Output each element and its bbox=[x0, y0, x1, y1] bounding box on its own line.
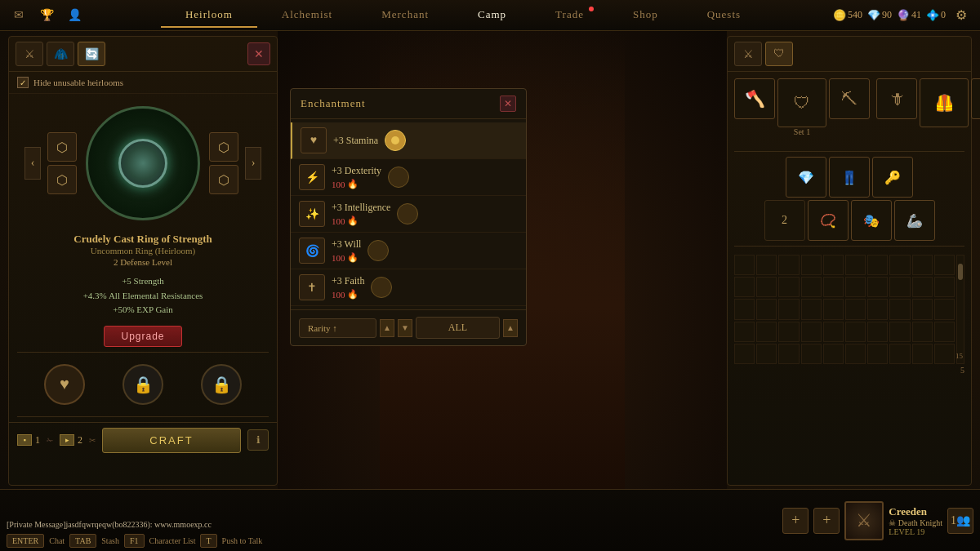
enchant-close-button[interactable]: ✕ bbox=[500, 96, 516, 112]
slot-right-2[interactable]: ⬡ bbox=[209, 165, 238, 194]
inv-cell-1-4[interactable] bbox=[823, 277, 844, 297]
inv-cell-2-0[interactable] bbox=[734, 299, 755, 319]
slot-left-1[interactable]: ⬡ bbox=[47, 132, 77, 162]
enchant-sort-button[interactable]: Rarity ↑ bbox=[299, 318, 376, 338]
extra-slot-5[interactable]: 🦾 bbox=[894, 200, 935, 241]
set2-slot-armor[interactable]: 🦺 bbox=[920, 78, 969, 127]
inv-cell-1-3[interactable] bbox=[801, 277, 822, 297]
set1-slot-weapon[interactable]: 🪓 bbox=[734, 78, 775, 119]
nav-icon-envelope[interactable]: ✉ bbox=[8, 5, 29, 26]
inv-cell-4-6[interactable] bbox=[867, 344, 888, 364]
inv-cell-1-1[interactable] bbox=[756, 277, 777, 297]
key-enter[interactable]: ENTER bbox=[7, 534, 44, 548]
tab-quests[interactable]: Quests bbox=[683, 3, 765, 28]
extra-slot-3[interactable]: 📿 bbox=[808, 200, 849, 241]
inv-cell-4-7[interactable] bbox=[889, 344, 910, 364]
extra-slot-2[interactable]: 🔑 bbox=[872, 157, 913, 198]
inv-cell-3-6[interactable] bbox=[867, 322, 888, 342]
enchant-item-dexterity[interactable]: ⚡ +3 Dexterity 100 🔥 bbox=[291, 159, 526, 196]
inv-cell-2-5[interactable] bbox=[845, 299, 866, 319]
info-button[interactable]: ℹ bbox=[247, 429, 269, 451]
inv-cell-4-0[interactable] bbox=[734, 344, 755, 364]
nav-icon-settings[interactable]: ⚙ bbox=[951, 5, 972, 26]
inv-cell-0-2[interactable] bbox=[778, 255, 799, 275]
sort-arrow-up[interactable]: ▲ bbox=[380, 319, 394, 337]
lp-tab-armor[interactable]: 🧥 bbox=[47, 42, 74, 66]
inv-cell-3-7[interactable] bbox=[889, 322, 910, 342]
nav-icon-user[interactable]: 👤 bbox=[64, 5, 85, 26]
set2-slot-weapon[interactable]: 🗡 bbox=[876, 78, 917, 119]
inv-cell-1-8[interactable] bbox=[912, 277, 933, 297]
enchant-item-faith[interactable]: ✝ +3 Faith 100 🔥 bbox=[291, 269, 526, 306]
enchant-item-intelligence[interactable]: ✨ +3 Intelligence 100 🔥 bbox=[291, 196, 526, 233]
inv-cell-4-8[interactable] bbox=[912, 344, 933, 364]
ring-prev-arrow[interactable]: ‹ bbox=[24, 147, 41, 180]
rp-tab-weapon[interactable]: ⚔ bbox=[734, 42, 762, 66]
inv-cell-2-7[interactable] bbox=[889, 299, 910, 319]
enchant-selector-faith[interactable] bbox=[371, 277, 392, 298]
inv-cell-0-1[interactable] bbox=[756, 255, 777, 275]
inv-cell-3-0[interactable] bbox=[734, 322, 755, 342]
inv-cell-2-8[interactable] bbox=[912, 299, 933, 319]
inv-cell-0-0[interactable] bbox=[734, 255, 755, 275]
inv-cell-4-4[interactable] bbox=[823, 344, 844, 364]
key-f1[interactable]: F1 bbox=[124, 534, 145, 548]
enchant-selector-stamina[interactable] bbox=[385, 130, 406, 151]
set1-slot-armor[interactable]: 🛡 bbox=[777, 78, 826, 127]
enchant-filter-button[interactable]: ALL bbox=[416, 317, 500, 339]
inv-cell-4-9[interactable] bbox=[934, 344, 955, 364]
inv-cell-0-7[interactable] bbox=[889, 255, 910, 275]
hide-unusable-checkbox[interactable]: ✓ bbox=[17, 77, 29, 88]
enchant-selector-will[interactable] bbox=[368, 240, 389, 261]
inv-cell-1-0[interactable] bbox=[734, 277, 755, 297]
ring-next-arrow[interactable]: › bbox=[245, 147, 261, 180]
craft-button[interactable]: CRAFT bbox=[102, 428, 241, 453]
enchant-item-will[interactable]: 🌀 +3 Will 100 🔥 bbox=[291, 233, 526, 269]
inv-cell-4-2[interactable] bbox=[778, 344, 799, 364]
upgrade-button[interactable]: Upgrade bbox=[104, 326, 181, 347]
inv-cell-1-6[interactable] bbox=[867, 277, 888, 297]
inv-cell-4-3[interactable] bbox=[801, 344, 822, 364]
key-tab[interactable]: TAB bbox=[69, 534, 96, 548]
inv-cell-0-3[interactable] bbox=[801, 255, 822, 275]
lp-tab-weapon[interactable]: ⚔ bbox=[16, 42, 43, 66]
inv-cell-1-2[interactable] bbox=[778, 277, 799, 297]
tab-heirloom[interactable]: Heirloom bbox=[161, 3, 257, 28]
extra-slot-0[interactable]: 💎 bbox=[786, 157, 826, 198]
lock-icon-btn-2[interactable]: 🔒 bbox=[201, 364, 242, 405]
inv-cell-2-4[interactable] bbox=[823, 299, 844, 319]
party-button[interactable]: 1👥 bbox=[947, 508, 973, 534]
enchant-selector-intelligence[interactable] bbox=[397, 203, 418, 224]
inv-cell-0-8[interactable] bbox=[912, 255, 933, 275]
inv-cell-1-7[interactable] bbox=[889, 277, 910, 297]
inv-cell-4-1[interactable] bbox=[756, 344, 777, 364]
inv-cell-3-8[interactable] bbox=[912, 322, 933, 342]
slot-right-1[interactable]: ⬡ bbox=[209, 132, 238, 162]
inv-cell-2-1[interactable] bbox=[756, 299, 777, 319]
enchant-item-stamina[interactable]: ♥ +3 Stamina bbox=[291, 122, 526, 159]
inv-cell-2-6[interactable] bbox=[867, 299, 888, 319]
inv-cell-3-1[interactable] bbox=[756, 322, 777, 342]
key-t[interactable]: T bbox=[200, 534, 216, 548]
add-button-2[interactable]: + bbox=[813, 508, 840, 534]
tab-shop[interactable]: Shop bbox=[608, 3, 683, 28]
inv-cell-2-2[interactable] bbox=[778, 299, 799, 319]
set1-slot-offhand[interactable]: ⛏ bbox=[829, 78, 870, 119]
inv-cell-2-9[interactable] bbox=[934, 299, 955, 319]
inv-cell-3-3[interactable] bbox=[801, 322, 822, 342]
inv-cell-3-9[interactable] bbox=[934, 322, 955, 342]
sort-arrow-down[interactable]: ▼ bbox=[398, 319, 412, 337]
tab-camp[interactable]: Camp bbox=[453, 3, 531, 28]
inv-cell-0-6[interactable] bbox=[867, 255, 888, 275]
inv-cell-0-4[interactable] bbox=[823, 255, 844, 275]
inv-cell-3-4[interactable] bbox=[823, 322, 844, 342]
extra-slot-1[interactable]: 👖 bbox=[829, 157, 870, 198]
inv-cell-1-9[interactable] bbox=[934, 277, 955, 297]
inv-cell-2-3[interactable] bbox=[801, 299, 822, 319]
add-button-1[interactable]: + bbox=[782, 508, 808, 534]
set2-slot-offhand[interactable]: 🔧 bbox=[971, 78, 980, 119]
lp-tab-accessory[interactable]: 🔄 bbox=[78, 42, 105, 66]
inv-cell-0-9[interactable] bbox=[934, 255, 955, 275]
inv-cell-1-5[interactable] bbox=[845, 277, 866, 297]
inv-cell-0-5[interactable] bbox=[845, 255, 866, 275]
